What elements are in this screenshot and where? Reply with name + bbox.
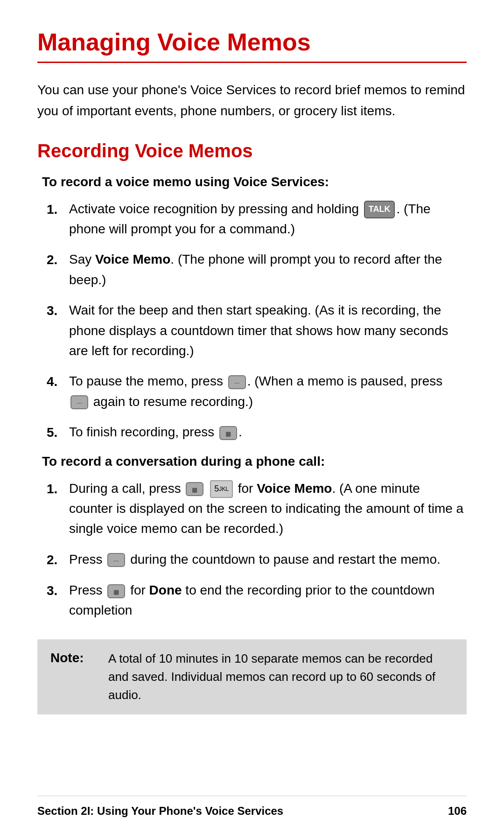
step-content: To finish recording, press ▦ . bbox=[69, 422, 467, 442]
step-number: 1. bbox=[47, 199, 69, 219]
svg-text:···: ··· bbox=[234, 379, 240, 386]
note-text: A total of 10 minutes in 10 separate mem… bbox=[108, 650, 454, 704]
list-item: 4. To pause the memo, press ··· . (When … bbox=[47, 371, 467, 412]
step-content: During a call, press ▦ 5JKL for Voice Me… bbox=[69, 478, 467, 539]
svg-text:···: ··· bbox=[114, 557, 119, 564]
step-number: 5. bbox=[47, 422, 69, 442]
bold-done: Done bbox=[149, 583, 182, 597]
step-number: 2. bbox=[47, 549, 69, 570]
list-item: 2. Press ··· during the countdown to pau… bbox=[47, 549, 467, 570]
list-item: 3. Press ▦ for Done to end the recording… bbox=[47, 580, 467, 621]
subsection1-steps: 1. Activate voice recognition by pressin… bbox=[37, 199, 467, 443]
subsection1-label: To record a voice memo using Voice Servi… bbox=[42, 175, 467, 189]
step-number: 2. bbox=[47, 249, 69, 270]
footer-section-label: Section 2I: Using Your Phone's Voice Ser… bbox=[37, 805, 283, 818]
list-item: 3. Wait for the beep and then start spea… bbox=[47, 300, 467, 361]
step-content: To pause the memo, press ··· . (When a m… bbox=[69, 371, 467, 412]
step-number: 4. bbox=[47, 371, 69, 392]
bold-voice-memo: Voice Memo bbox=[95, 252, 170, 266]
note-label: Note: bbox=[50, 650, 97, 665]
svg-text:▦: ▦ bbox=[192, 486, 197, 493]
note-box: Note: A total of 10 minutes in 10 separa… bbox=[37, 639, 467, 714]
step-content: Activate voice recognition by pressing a… bbox=[69, 199, 467, 239]
step-number: 3. bbox=[47, 580, 69, 601]
five-key-icon: 5JKL bbox=[210, 480, 233, 498]
menu-key-icon-3: ▦ bbox=[107, 584, 125, 598]
subsection2-label: To record a conversation during a phone … bbox=[42, 454, 467, 469]
step-number: 1. bbox=[47, 478, 69, 499]
soft-key-icon-3: ··· bbox=[107, 553, 125, 567]
subsection2-steps: 1. During a call, press ▦ 5JKL for Voice… bbox=[37, 478, 467, 621]
svg-text:▦: ▦ bbox=[113, 588, 119, 595]
page-footer: Section 2I: Using Your Phone's Voice Ser… bbox=[37, 796, 467, 818]
section-title: Recording Voice Memos bbox=[37, 140, 467, 161]
page-title: Managing Voice Memos bbox=[37, 28, 467, 56]
step-number: 3. bbox=[47, 300, 69, 321]
list-item: 2. Say Voice Memo. (The phone will promp… bbox=[47, 249, 467, 290]
title-divider bbox=[37, 62, 467, 63]
menu-key-icon-2: ▦ bbox=[186, 482, 203, 496]
step-content: Press ▦ for Done to end the recording pr… bbox=[69, 580, 467, 621]
menu-key-icon: ▦ bbox=[219, 426, 237, 440]
soft-key-icon: ··· bbox=[228, 375, 246, 389]
step-content: Wait for the beep and then start speakin… bbox=[69, 300, 467, 361]
step-content: Say Voice Memo. (The phone will prompt y… bbox=[69, 249, 467, 290]
svg-text:···: ··· bbox=[77, 399, 82, 406]
footer-page-number: 106 bbox=[448, 805, 467, 818]
list-item: 5. To finish recording, press ▦ . bbox=[47, 422, 467, 442]
soft-key-icon-2: ··· bbox=[70, 395, 88, 409]
svg-text:▦: ▦ bbox=[225, 430, 231, 437]
list-item: 1. Activate voice recognition by pressin… bbox=[47, 199, 467, 239]
step-content: Press ··· during the countdown to pause … bbox=[69, 549, 467, 569]
list-item: 1. During a call, press ▦ 5JKL for Voice… bbox=[47, 478, 467, 539]
talk-button-icon: TALK bbox=[364, 201, 395, 218]
intro-text: You can use your phone's Voice Services … bbox=[37, 80, 467, 122]
bold-voice-memo-2: Voice Memo bbox=[257, 481, 332, 496]
